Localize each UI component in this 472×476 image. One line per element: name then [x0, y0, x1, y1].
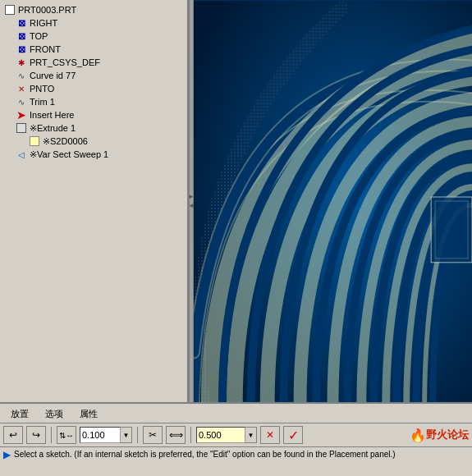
scissors-icon: ✂ [149, 429, 157, 441]
box-icon [5, 5, 15, 15]
tab-placement[interactable]: 放置 [3, 405, 36, 423]
main-container: PRT0003.PRT ⊠ RIGHT ⊠ TOP ⊠ FRONT [0, 0, 472, 476]
tree-item-label: ※Var Sect Sweep 1 [30, 149, 108, 160]
tree-item-pnt0[interactable]: ✕ PNTO [2, 82, 186, 95]
plane-icon-top: ⊠ [15, 30, 28, 42]
tree-inner: PRT0003.PRT ⊠ RIGHT ⊠ TOP ⊠ FRONT [0, 0, 187, 164]
toolbar-row: ↩ ↪ ⇅↔ 0.100 ▼ ✂ ⟺ [0, 423, 472, 446]
tree-item-extrude1[interactable]: ※Extrude 1 [2, 121, 186, 135]
status-text: Select a sketch. (If an internal sketch … [14, 450, 396, 459]
fire-icon: 🔥 [410, 428, 426, 443]
sketch-icon [28, 135, 41, 147]
tree-item-label: TOP [30, 31, 48, 41]
tree-item-label: Trim 1 [30, 97, 55, 107]
sketch-box-icon [30, 136, 39, 146]
tree-item-right[interactable]: ⊠ RIGHT [2, 16, 186, 30]
input2-dropdown[interactable]: ▼ [245, 427, 257, 443]
tree-item-s2d0006[interactable]: ※S2D0006 [2, 135, 186, 148]
x-icon: ✕ [266, 429, 274, 441]
redo-icon: ↪ [32, 429, 40, 441]
curve-icon: ∿ [15, 70, 28, 81]
status-arrow-icon: ▶ [3, 449, 11, 460]
tree-item-label: ※S2D0006 [43, 136, 88, 147]
redo-button[interactable]: ↪ [26, 426, 46, 444]
tree-item-label: Curve id 77 [30, 71, 76, 80]
viewport-svg [194, 0, 472, 402]
tree-item-label: PRT0003.PRT [18, 5, 76, 15]
tree-item-trim1[interactable]: ∿ Trim 1 [2, 95, 186, 108]
tree-item-sweep1[interactable]: ◁ ※Var Sect Sweep 1 [2, 148, 186, 161]
point-icon: ✕ [15, 83, 28, 94]
plane-icon-right: ⊠ [15, 17, 28, 29]
tree-item-csys[interactable]: ✱ PRT_CSYS_DEF [2, 56, 186, 69]
mirror-button[interactable]: ⟺ [166, 426, 186, 444]
tab-options[interactable]: 选项 [38, 405, 71, 423]
tree-item-insert[interactable]: ➤ Insert Here [2, 108, 186, 121]
tree-item-label: FRONT [30, 44, 61, 54]
check-icon: ✓ [288, 428, 299, 443]
tab-bar: 放置 选项 属性 [0, 404, 472, 423]
extrude-icon [15, 122, 28, 134]
scissors-button[interactable]: ✂ [143, 426, 163, 444]
separator-3 [190, 427, 191, 443]
tree-item-top[interactable]: ⊠ TOP [2, 30, 186, 43]
bottom-area: 放置 选项 属性 ↩ ↪ ⇅↔ 0.100 ▼ [0, 402, 472, 476]
svg-rect-3 [435, 201, 468, 259]
content-area: PRT0003.PRT ⊠ RIGHT ⊠ TOP ⊠ FRONT [0, 0, 472, 402]
input1-field[interactable]: 0.100 [80, 427, 121, 443]
x-button[interactable]: ✕ [260, 426, 280, 444]
status-bar: ▶ Select a sketch. (If an internal sketc… [0, 446, 472, 461]
tree-item-label: PRT_CSYS_DEF [30, 57, 100, 67]
input1-group: 0.100 ▼ [80, 427, 132, 443]
tab-properties[interactable]: 属性 [72, 405, 105, 423]
undo-button[interactable]: ↩ [3, 426, 23, 444]
tree-item-label: PNTO [30, 84, 54, 94]
tree-panel: PRT0003.PRT ⊠ RIGHT ⊠ TOP ⊠ FRONT [0, 0, 189, 402]
check-button[interactable]: ✓ [283, 426, 303, 444]
logo-area: 🔥 野火论坛 [410, 428, 469, 443]
tree-item-label: ※Extrude 1 [30, 123, 76, 134]
tree-item-curve[interactable]: ∿ Curve id 77 [2, 69, 186, 82]
input2-field[interactable]: 0.500 [196, 427, 245, 443]
sweep-icon: ◁ [15, 149, 28, 160]
undo-icon: ↩ [9, 429, 17, 441]
plane-icon-front: ⊠ [15, 43, 28, 55]
separator-1 [51, 427, 52, 443]
mirror-icon: ⟺ [169, 429, 183, 441]
csys-icon: ✱ [15, 57, 28, 68]
trim-icon: ∿ [15, 96, 28, 108]
extrude-box-icon [16, 123, 26, 133]
tree-item-label: Insert Here [30, 110, 74, 120]
tree-item-front[interactable]: ⊠ FRONT [2, 43, 186, 56]
align-icon: ⇅↔ [59, 431, 74, 440]
viewport[interactable] [194, 0, 472, 402]
tree-item-label: RIGHT [30, 18, 57, 28]
insert-icon: ➤ [15, 109, 28, 121]
separator-2 [137, 427, 138, 443]
tree-item-prt0003[interactable]: PRT0003.PRT [2, 3, 186, 16]
prt-icon [3, 4, 16, 16]
logo-text: 野火论坛 [426, 428, 469, 442]
input1-dropdown[interactable]: ▼ [121, 427, 132, 443]
input2-group: 0.500 ▼ [196, 427, 257, 443]
align-button[interactable]: ⇅↔ [57, 426, 76, 444]
